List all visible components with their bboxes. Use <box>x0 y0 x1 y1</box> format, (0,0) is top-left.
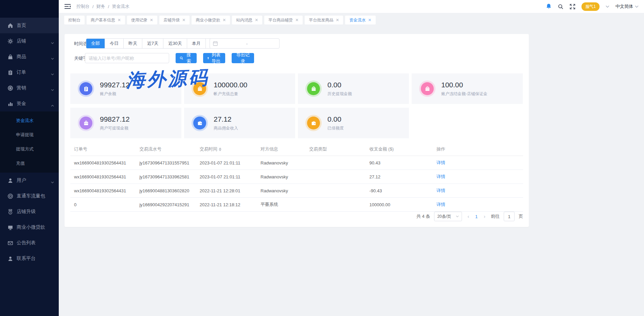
col-party: 对方信息 <box>257 143 305 156</box>
close-icon[interactable]: ✕ <box>295 18 299 22</box>
sidebar-item-goods[interactable]: 商品 <box>0 49 59 65</box>
breadcrumb-item[interactable]: 财务 <box>96 3 105 10</box>
sidebar-subitem-withdraw-method[interactable]: 提现方式 <box>0 142 59 156</box>
close-icon[interactable]: ✕ <box>336 18 339 22</box>
sidebar-item-contact-platform[interactable]: 联系平台 <box>0 251 59 266</box>
next-page-button[interactable]: › <box>482 214 487 219</box>
sidebar-item-home[interactable]: 首页 <box>0 18 59 33</box>
language-selector[interactable]: 中文简体 <box>615 3 639 10</box>
detail-link[interactable]: 详情 <box>436 188 445 193</box>
time-option-all[interactable]: 全部 <box>86 39 105 48</box>
tab-bar: 控制台 商户基本信息✕ 使用记录✕ 店铺升级✕ 商业小微贷款✕ 站内消息✕ 平台… <box>59 13 644 27</box>
tab-console[interactable]: 控制台 <box>64 16 85 24</box>
sidebar-subitem-recharge[interactable]: 充值 <box>0 156 59 171</box>
menu-collapse-icon[interactable] <box>64 4 71 9</box>
sidebar-item-users[interactable]: 用户 <box>0 173 59 188</box>
tab-fund-flow[interactable]: 资金流水✕ <box>345 16 375 24</box>
sidebar-item-announcements[interactable]: 公告列表 <box>0 235 59 251</box>
content-panel: 时间选择: 全部 今日 昨天 近7天 近30天 本月 本年 - 关键字: 搜索 … <box>65 34 529 227</box>
close-icon[interactable]: ✕ <box>182 18 185 22</box>
date-range-picker[interactable]: - <box>210 38 280 49</box>
chevron-down-icon <box>51 87 54 92</box>
sidebar-item-shop-upgrade[interactable]: 店铺升级 <box>0 204 59 220</box>
sidebar-item-marketing[interactable]: 营销 <box>0 80 59 96</box>
tab-site-messages[interactable]: 站内消息✕ <box>232 16 262 24</box>
sidebar-item-label: 资金 <box>17 101 26 107</box>
person-icon <box>7 256 13 262</box>
goto-page-input[interactable] <box>504 212 515 221</box>
cell-amount: 100000.00 <box>366 198 433 212</box>
envelope-icon <box>7 240 13 246</box>
briefcase-icon <box>79 117 92 129</box>
tab-label: 资金流水 <box>349 17 365 23</box>
detail-link[interactable]: 详情 <box>436 174 445 179</box>
current-page[interactable]: 1 <box>475 214 478 219</box>
time-option-7days[interactable]: 近7天 <box>142 39 163 48</box>
chevron-down-icon <box>456 215 459 217</box>
close-icon[interactable]: ✕ <box>368 18 371 22</box>
tab-platform-wholesale[interactable]: 平台批发商品✕ <box>305 16 343 24</box>
sidebar-item-shop[interactable]: 店铺 <box>0 33 59 49</box>
cell-txn-no: jy1669004292207415291 <box>136 198 196 212</box>
user-badge[interactable]: 服气1 <box>582 2 600 11</box>
sort-icon[interactable] <box>219 147 221 151</box>
close-icon[interactable]: ✕ <box>255 18 258 22</box>
tab-shop-upgrade[interactable]: 店铺升级✕ <box>159 16 190 24</box>
tab-label: 商业小微贷款 <box>196 17 220 23</box>
time-option-today[interactable]: 今日 <box>105 39 123 48</box>
briefcase-icon <box>307 82 320 95</box>
prev-page-button[interactable]: ‹ <box>466 214 470 219</box>
export-list-button[interactable]: 列表导出 <box>203 53 225 63</box>
page-size-select[interactable]: 20条/页 <box>434 212 462 221</box>
sidebar-item-micro-loan[interactable]: 商业小微贷款 <box>0 220 59 235</box>
sidebar-subitem-withdraw-apply[interactable]: 申请提现 <box>0 128 59 142</box>
fullscreen-icon[interactable] <box>570 4 575 10</box>
calendar-icon <box>213 41 218 46</box>
breadcrumb-item[interactable]: 控制台 <box>76 3 90 10</box>
detail-link[interactable]: 详情 <box>436 202 445 207</box>
tab-micro-loan[interactable]: 商业小微贷款✕ <box>192 16 230 24</box>
detail-link[interactable]: 详情 <box>436 160 445 165</box>
user-menu-chevron-icon[interactable] <box>606 5 609 8</box>
time-option-yesterday[interactable]: 昨天 <box>123 39 142 48</box>
date-range-separator: - <box>218 41 276 46</box>
table-header-row: 订单号 交易流水号 交易时间 对方信息 交易类型 收支金额 ($) 操作 <box>70 143 523 156</box>
cell-txn-no: jy1673096471331557951 <box>136 156 196 170</box>
cell-order-no: wx1669004819302564431 <box>70 156 136 170</box>
time-option-30days[interactable]: 近30天 <box>163 39 186 48</box>
search-icon[interactable] <box>558 4 564 10</box>
sidebar-item-funds[interactable]: 资金 <box>0 96 59 111</box>
wallet-icon <box>307 117 320 129</box>
export-records-button[interactable]: 导出记录 <box>232 53 254 63</box>
time-option-month[interactable]: 本月 <box>187 39 205 48</box>
tab-platform-distribution[interactable]: 平台商品铺货✕ <box>264 16 303 24</box>
page-unit-label: 页 <box>519 213 523 220</box>
stat-card-borrowed: 0.00 已借额度 <box>298 108 409 138</box>
close-icon[interactable]: ✕ <box>150 18 153 22</box>
close-icon[interactable]: ✕ <box>118 18 121 22</box>
tab-label: 平台批发商品 <box>309 17 333 23</box>
bag-icon <box>7 54 13 60</box>
user-icon <box>7 178 13 183</box>
keyword-input[interactable] <box>85 53 169 63</box>
chevron-down-icon <box>635 5 639 8</box>
cell-txn-time: 2023-01-07 21:01:11 <box>196 170 257 184</box>
wallet-icon <box>193 117 206 129</box>
sidebar-subitem-fund-flow[interactable]: 资金流水 <box>0 113 59 128</box>
notification-bell-icon[interactable] <box>546 3 552 10</box>
search-button[interactable]: 搜索 <box>176 53 197 63</box>
sidebar-item-label: 商业小微贷款 <box>17 224 45 230</box>
cell-txn-time: 2023-01-07 21:01:11 <box>196 156 257 170</box>
sidebar-item-traffic-package[interactable]: 直通车流量包 <box>0 188 59 204</box>
sidebar-item-orders[interactable]: 订单 <box>0 65 59 80</box>
breadcrumb-item[interactable]: 资金流水 <box>112 3 129 10</box>
tab-merchant-info[interactable]: 商户基本信息✕ <box>87 16 125 24</box>
cell-order-no: wx1669004819302564431 <box>70 170 136 184</box>
breadcrumb: 控制台 / 财务 / 资金流水 <box>76 3 129 10</box>
stat-label: 账户冻结金额-店铺保证金 <box>441 91 487 97</box>
col-txn-no: 交易流水号 <box>136 143 196 156</box>
close-icon[interactable]: ✕ <box>222 18 226 22</box>
stat-card-balance: 99927.12 账户余额 <box>70 73 181 104</box>
tab-label: 店铺升级 <box>163 17 180 23</box>
tab-usage-records[interactable]: 使用记录✕ <box>127 16 157 24</box>
